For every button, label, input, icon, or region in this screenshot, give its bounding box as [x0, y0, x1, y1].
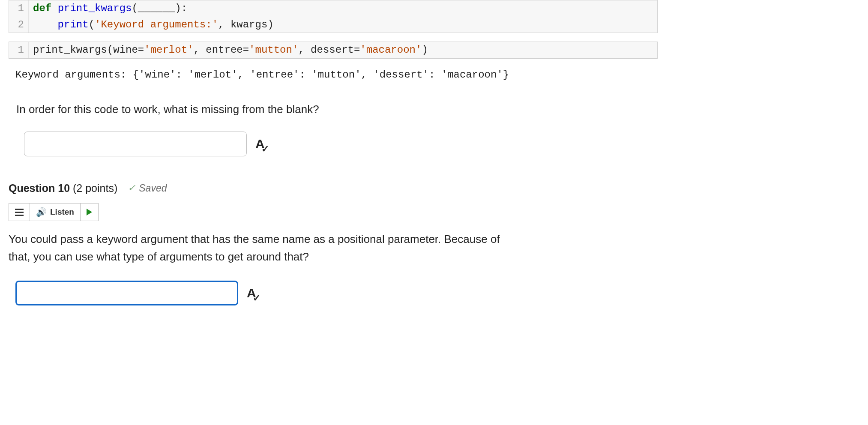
saved-indicator: ✓ Saved	[128, 183, 167, 194]
question-9-answer-input[interactable]	[24, 132, 247, 156]
hamburger-icon	[15, 209, 24, 216]
listen-menu-button[interactable]	[9, 204, 30, 221]
code-output: Keyword arguments: {'wine': 'merlot', 'e…	[9, 67, 658, 93]
line-number: 1	[9, 42, 29, 58]
code-content: def print_kwargs(______):	[29, 0, 187, 17]
saved-label: Saved	[139, 183, 167, 194]
code-line: 1def print_kwargs(______):	[9, 0, 657, 17]
code-block-2: 1print_kwargs(wine='merlot', entree='mut…	[9, 42, 658, 59]
question-10-answer-input[interactable]	[15, 281, 238, 305]
play-icon	[87, 209, 92, 215]
code-line: 1print_kwargs(wine='merlot', entree='mut…	[9, 42, 657, 58]
check-icon: ✓	[128, 183, 135, 194]
listen-button[interactable]: 🔊 Listen	[30, 204, 81, 221]
code-content: print_kwargs(wine='merlot', entree='mutt…	[29, 42, 428, 58]
question-9-prompt: In order for this code to work, what is …	[9, 93, 859, 132]
listen-toolbar: 🔊 Listen	[9, 203, 99, 221]
question-10-title: Question 10 (2 points)	[9, 182, 117, 195]
listen-label: Listen	[50, 207, 74, 217]
listen-play-button[interactable]	[81, 204, 98, 221]
question-10-number: Question 10	[9, 182, 70, 194]
spellcheck-icon[interactable]: A✓	[247, 287, 256, 299]
speaker-icon: 🔊	[36, 207, 47, 217]
code-content: print('Keyword arguments:', kwargs)	[29, 17, 274, 33]
question-10-header: Question 10 (2 points) ✓ Saved	[9, 182, 859, 201]
quiz-page: 1def print_kwargs(______):2 print('Keywo…	[0, 0, 868, 331]
spellcheck-icon[interactable]: A✓	[255, 138, 265, 150]
question-10-points: (2 points)	[70, 182, 117, 194]
question-10-answer-row: A✓	[9, 281, 859, 314]
question-9-answer-row: A✓	[9, 132, 859, 182]
code-block-1: 1def print_kwargs(______):2 print('Keywo…	[9, 0, 658, 33]
line-number: 2	[9, 17, 29, 33]
code-line: 2 print('Keyword arguments:', kwargs)	[9, 17, 657, 33]
line-number: 1	[9, 0, 29, 17]
question-10-prompt: You could pass a keyword argument that h…	[9, 230, 523, 281]
